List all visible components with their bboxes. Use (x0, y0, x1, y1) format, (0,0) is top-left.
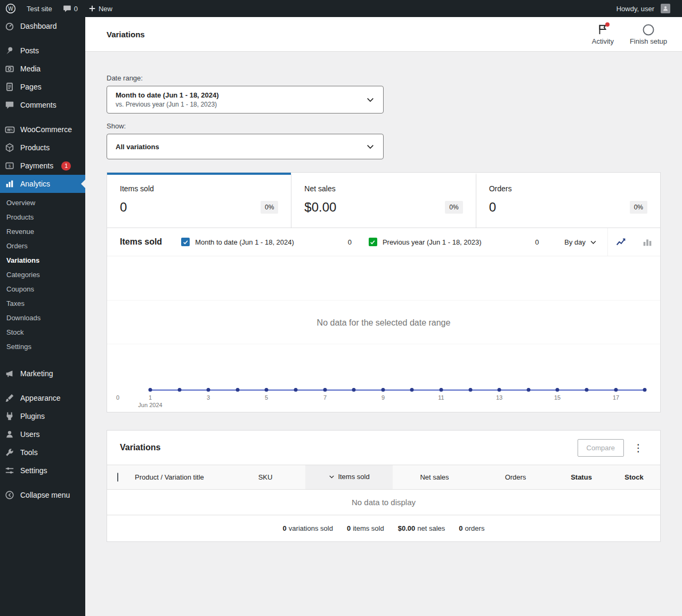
comments-count: 0 (74, 5, 78, 13)
sidebar-item-media[interactable]: Media (0, 60, 85, 78)
column-items-sold[interactable]: Items sold (305, 465, 393, 490)
chart-point (265, 388, 269, 392)
sidebar-item-plugins[interactable]: Plugins (0, 407, 85, 425)
summary-net-sales: $0.00net sales (398, 524, 445, 532)
collapse-icon (4, 490, 15, 500)
x-tick: 9 (381, 394, 385, 401)
sidebar-item-pages[interactable]: Pages (0, 78, 85, 96)
sidebar-item-woocommerce[interactable]: WooCommerce (0, 120, 85, 139)
variations-table-card: Variations Compare ⋮ Product / Variation… (107, 430, 661, 542)
stat-label: Items sold (120, 184, 278, 193)
submenu-item-taxes[interactable]: Taxes (0, 296, 85, 311)
admin-bar-new[interactable]: New (83, 0, 118, 17)
comments-bubble-icon (63, 4, 71, 13)
stat-items-sold[interactable]: Items sold 0 0% (107, 173, 291, 228)
table-header-row: Product / Variation title SKU Items sold… (107, 465, 660, 490)
sidebar-item-tools[interactable]: Tools (0, 443, 85, 461)
line-chart-button[interactable] (608, 228, 634, 256)
notification-dot (605, 22, 610, 27)
activity-button[interactable]: Activity (592, 23, 614, 45)
summary-orders: 0orders (459, 524, 484, 532)
sidebar-item-marketing[interactable]: Marketing (0, 364, 85, 383)
chart-point (381, 388, 385, 392)
finish-setup-button[interactable]: Finish setup (630, 23, 667, 45)
sidebar-item-posts[interactable]: Posts (0, 42, 85, 60)
sidebar-item-dashboard[interactable]: Dashboard (0, 17, 85, 35)
admin-bar-comments[interactable]: 0 (58, 0, 83, 17)
bar-chart-button[interactable] (634, 228, 660, 256)
submenu-item-coupons[interactable]: Coupons (0, 282, 85, 296)
column-sku[interactable]: SKU (225, 465, 305, 490)
chart-point (643, 388, 647, 392)
chart-point (352, 388, 356, 392)
sidebar-item-settings[interactable]: Settings (0, 461, 85, 480)
sidebar-item-analytics[interactable]: Analytics (0, 175, 85, 193)
column-net-sales[interactable]: Net sales (393, 465, 476, 490)
chart-point (177, 388, 181, 392)
column-product-title[interactable]: Product / Variation title (128, 465, 225, 490)
svg-text:W: W (8, 6, 13, 12)
column-status[interactable]: Status (555, 465, 608, 490)
chart-point (585, 388, 589, 392)
submenu-item-categories[interactable]: Categories (0, 268, 85, 282)
show-select[interactable]: All variations (107, 134, 384, 159)
sidebar-item-label: Media (20, 64, 40, 73)
legend-primary[interactable]: Month to date (Jun 1 - 18, 2024) 0 (173, 228, 360, 256)
admin-bar-account[interactable]: Howdy, user (611, 0, 676, 17)
finish-setup-label: Finish setup (630, 37, 667, 45)
empty-table-row: No data to display (107, 490, 660, 515)
chevron-down-icon (590, 239, 597, 246)
chart-point (614, 388, 618, 392)
summary-variations-sold: 0variations sold (283, 524, 333, 532)
submenu-item-downloads[interactable]: Downloads (0, 311, 85, 325)
wordpress-logo[interactable]: W (0, 0, 21, 17)
x-axis-month-label: Jun 2024 (138, 402, 162, 408)
stat-label: Orders (489, 184, 647, 193)
interval-select[interactable]: By day (557, 238, 604, 246)
chart-type-toggle (607, 228, 660, 256)
submenu-item-settings[interactable]: Settings (0, 339, 85, 354)
column-stock[interactable]: Stock (608, 465, 660, 490)
legend-secondary[interactable]: Previous year (Jun 1 - 18, 2023) 0 (360, 228, 548, 256)
products-icon (4, 142, 15, 153)
stat-orders[interactable]: Orders 0 0% (476, 173, 660, 228)
submenu-item-variations[interactable]: Variations (0, 253, 85, 268)
sidebar-item-products[interactable]: Products (0, 139, 85, 157)
submenu-item-revenue[interactable]: Revenue (0, 224, 85, 239)
dashboard-icon (4, 21, 15, 31)
chart-point (149, 388, 152, 392)
payments-icon: $ (4, 160, 15, 171)
compare-button[interactable]: Compare (578, 439, 624, 457)
submenu-item-stock[interactable]: Stock (0, 325, 85, 339)
column-orders[interactable]: Orders (476, 465, 555, 490)
chart-empty-message: No data for the selected date range (107, 318, 660, 328)
checkbox-checked-secondary[interactable] (369, 238, 377, 246)
sidebar-item-users[interactable]: Users (0, 425, 85, 443)
kebab-menu-icon[interactable]: ⋮ (629, 439, 647, 457)
show-label: Show: (107, 122, 661, 130)
report-card: Items sold 0 0% Net sales $0.00 0% Order… (107, 172, 661, 412)
analytics-submenu: Overview Products Revenue Orders Variati… (0, 193, 85, 358)
checkbox-checked-primary[interactable] (181, 238, 190, 246)
sidebar-item-comments[interactable]: Comments (0, 96, 85, 114)
payments-badge: 1 (61, 161, 71, 171)
select-all-checkbox[interactable] (117, 473, 118, 482)
avatar (661, 4, 670, 13)
table-summary: 0variations sold 0items sold $0.00net sa… (107, 515, 660, 541)
sidebar-item-collapse-menu[interactable]: Collapse menu (0, 486, 85, 504)
submenu-item-overview[interactable]: Overview (0, 196, 85, 210)
sidebar-item-label: Collapse menu (20, 491, 70, 499)
submenu-item-products[interactable]: Products (0, 210, 85, 224)
sidebar-item-label: Dashboard (20, 22, 57, 30)
sidebar-item-payments[interactable]: $ Payments 1 (0, 157, 85, 175)
stat-net-sales[interactable]: Net sales $0.00 0% (291, 173, 475, 228)
sidebar-item-appearance[interactable]: Appearance (0, 389, 85, 407)
comments-icon (4, 100, 15, 110)
x-tick: 5 (265, 394, 268, 401)
legend-secondary-label: Previous year (Jun 1 - 18, 2023) (383, 238, 482, 246)
submenu-item-orders[interactable]: Orders (0, 239, 85, 253)
chart-point (236, 388, 239, 392)
admin-bar-site-name[interactable]: Test site (21, 0, 58, 17)
date-range-select[interactable]: Month to date (Jun 1 - 18, 2024) vs. Pre… (107, 86, 384, 114)
sidebar-item-label: Products (20, 143, 50, 152)
